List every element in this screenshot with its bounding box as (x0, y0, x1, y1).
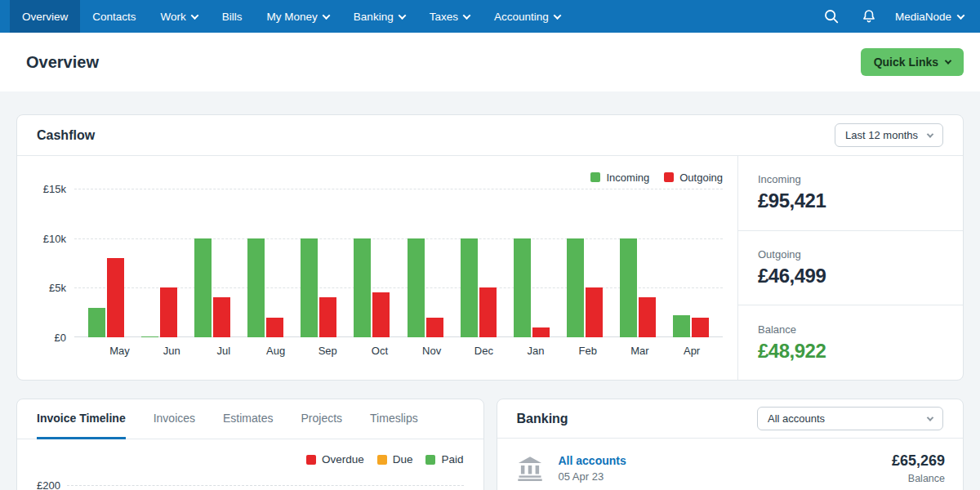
stat-label: Outgoing (758, 248, 943, 261)
tab-label: Timeslips (370, 412, 418, 425)
bank-icon (515, 454, 545, 483)
x-tick-label: Sep (309, 345, 346, 357)
stat-value: £46,499 (758, 265, 943, 287)
x-tick-label: Jan (517, 345, 555, 357)
search-icon (823, 8, 840, 24)
tab-projects[interactable]: Projects (301, 399, 343, 439)
search-button[interactable] (817, 0, 846, 33)
outgoing-bar (107, 258, 124, 337)
stat-incoming: Incoming £95,421 (738, 156, 963, 231)
x-tick-label: Dec (465, 345, 502, 357)
incoming-bar (194, 238, 212, 337)
cashflow-y-axis: £15k £10k £5k £0 (37, 189, 74, 337)
y-tick-label: £0 (55, 332, 66, 344)
outgoing-swatch-icon (664, 172, 674, 182)
nav-right-group: MediaNode (817, 0, 980, 33)
cashflow-chart: Incoming Outgoing £15k £10k £5k £0 (17, 156, 737, 380)
outgoing-bar (319, 297, 336, 337)
nav-item-taxes[interactable]: Taxes (417, 0, 482, 33)
incoming-bar (620, 238, 637, 337)
outgoing-bar (266, 318, 283, 337)
bar-group-nov (407, 189, 444, 337)
period-selector[interactable]: Last 12 months (835, 123, 943, 147)
outgoing-bar (532, 327, 550, 337)
account-menu[interactable]: MediaNode (892, 11, 967, 23)
bank-account-link[interactable]: All accounts (559, 454, 626, 467)
bar-group-may (87, 189, 125, 337)
stat-label: Balance (758, 323, 943, 336)
outgoing-bar (372, 292, 390, 337)
tab-label: Invoices (154, 412, 195, 425)
tab-label: Projects (301, 412, 343, 425)
nav-item-label: Accounting (494, 11, 549, 23)
chevron-down-icon (957, 11, 965, 20)
account-selector[interactable]: All accounts (757, 407, 943, 430)
banking-title: Banking (517, 412, 568, 426)
bank-account-balance: £65,269 Balance (892, 452, 945, 484)
cashflow-bars (74, 189, 723, 337)
cashflow-card-header: Cashflow Last 12 months (17, 115, 963, 156)
outgoing-bar (213, 297, 230, 337)
nav-item-label: Bills (222, 11, 243, 23)
incoming-bar (354, 238, 371, 337)
outgoing-bar (426, 318, 443, 337)
y-tick-label: £10k (43, 232, 66, 244)
account-name-label: MediaNode (895, 11, 951, 23)
outgoing-bar (160, 287, 177, 337)
outgoing-bar (692, 318, 709, 337)
x-tick-label: Aug (257, 345, 295, 357)
chevron-down-icon (190, 11, 198, 20)
nav-item-label: Work (161, 11, 186, 23)
x-tick-label: May (101, 345, 139, 357)
incoming-bar (514, 238, 531, 337)
bar-group-mar (619, 189, 657, 337)
bar-group-jun (140, 189, 178, 337)
tab-timeslips[interactable]: Timeslips (370, 399, 418, 439)
bar-group-sep (300, 189, 337, 337)
nav-item-accounting[interactable]: Accounting (482, 0, 572, 33)
tab-invoices[interactable]: Invoices (154, 399, 195, 439)
stat-outgoing: Outgoing £46,499 (738, 231, 963, 306)
due-swatch-icon (377, 455, 387, 465)
main-content: Cashflow Last 12 months Incoming Outgoin… (0, 91, 980, 490)
bar-group-jan (513, 189, 550, 337)
account-selector-value: All accounts (768, 412, 825, 425)
bar-group-apr (672, 189, 710, 337)
tab-invoice-timeline[interactable]: Invoice Timeline (37, 399, 126, 439)
stat-label: Incoming (758, 173, 943, 185)
legend-label: Incoming (606, 172, 649, 184)
nav-item-label: Contacts (92, 11, 136, 23)
legend-label: Outgoing (679, 172, 723, 184)
notifications-button[interactable] (854, 0, 884, 33)
cashflow-xlabels: MayJunJulAugSepOctNovDecJanFebMarApr (37, 345, 723, 357)
nav-item-banking[interactable]: Banking (341, 0, 417, 33)
quick-links-label: Quick Links (874, 56, 938, 69)
nav-item-work[interactable]: Work (149, 0, 210, 33)
chevron-down-icon (945, 57, 951, 64)
nav-item-contacts[interactable]: Contacts (80, 0, 148, 33)
nav-item-overview[interactable]: Overview (10, 0, 80, 33)
bar-group-aug (247, 189, 284, 337)
bell-icon (861, 8, 877, 24)
incoming-bar (301, 238, 318, 337)
bank-account-date: 05 Apr 23 (559, 470, 626, 483)
nav-item-my-money[interactable]: My Money (255, 0, 341, 33)
incoming-bar (408, 238, 425, 337)
bank-amount: £65,269 (892, 452, 945, 470)
tab-estimates[interactable]: Estimates (223, 399, 273, 439)
incoming-bar (673, 315, 690, 337)
stat-balance: Balance £48,922 (738, 305, 963, 380)
chevron-down-icon (553, 11, 561, 20)
legend-item-outgoing: Outgoing (664, 172, 723, 184)
invoice-timeline-content: Overdue Due Paid £200 (17, 439, 483, 490)
x-tick-label: Nov (413, 345, 451, 357)
nav-item-bills[interactable]: Bills (210, 0, 255, 33)
chevron-down-icon (322, 11, 330, 20)
bottom-row: Invoice Timeline Invoices Estimates Proj… (16, 399, 964, 490)
y-tick-label: £15k (43, 183, 66, 195)
tab-label: Invoice Timeline (37, 412, 126, 425)
quick-links-button[interactable]: Quick Links (861, 48, 964, 76)
gridline (67, 485, 464, 486)
legend-item-due: Due (377, 453, 413, 466)
x-tick-label: Mar (621, 345, 658, 357)
